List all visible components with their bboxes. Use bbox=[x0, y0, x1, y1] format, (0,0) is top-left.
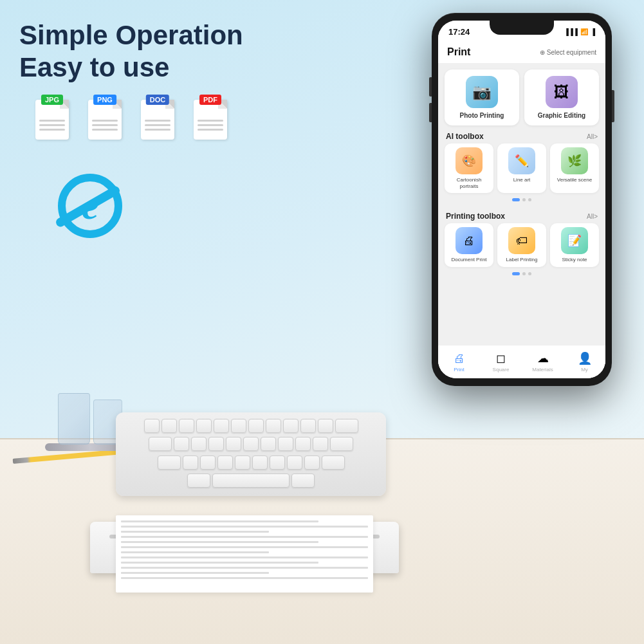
sticky-note-icon: 📝 bbox=[561, 227, 588, 254]
kb-key bbox=[291, 474, 315, 488]
phone-body: 17:24 ▐▐▐ 📶 ▐ Print ⊕ Select equipment � bbox=[432, 13, 612, 386]
printer-paper bbox=[116, 515, 373, 593]
kb-key bbox=[287, 455, 302, 470]
kb-key bbox=[217, 455, 233, 470]
doc-badge: DOC bbox=[146, 95, 169, 105]
file-icon-png: PNG bbox=[88, 100, 122, 140]
ai-toolbox-header: AI toolbox All> bbox=[438, 125, 605, 143]
ai-toolbox-all-button[interactable]: All> bbox=[587, 133, 598, 140]
phone-volume-button-2 bbox=[429, 103, 432, 122]
kb-key bbox=[208, 437, 224, 451]
kb-key-space bbox=[212, 474, 290, 488]
app-header: Print ⊕ Select equipment bbox=[438, 40, 605, 63]
kb-key bbox=[300, 419, 316, 433]
headline-line1: Simple Operation bbox=[19, 19, 243, 51]
nav-print-label: Print bbox=[454, 367, 464, 373]
dot bbox=[528, 272, 531, 275]
ai-toolbox-dots bbox=[438, 197, 605, 205]
versatile-card[interactable]: 🌿 Versatile scene bbox=[550, 143, 599, 193]
kb-key bbox=[243, 437, 259, 451]
nav-materials-label: Materials bbox=[532, 367, 553, 373]
kb-key bbox=[214, 419, 229, 433]
paper-line bbox=[121, 551, 269, 553]
document-print-card[interactable]: 🖨 Document Print bbox=[445, 223, 493, 267]
kb-key bbox=[179, 419, 194, 433]
paper-line bbox=[121, 546, 368, 548]
kb-key bbox=[318, 419, 333, 433]
dot bbox=[528, 198, 531, 201]
paper-line bbox=[121, 531, 269, 533]
line-art-label: Line art bbox=[501, 177, 542, 183]
file-icon-pdf: PDF bbox=[194, 100, 227, 140]
battery-icon: ▐ bbox=[591, 28, 595, 35]
paper-line bbox=[121, 577, 368, 579]
printing-toolbox-title: Printing toolbox bbox=[446, 212, 505, 221]
ai-toolbox-cards: 🎨 Cartoonish portraits ✏️ Line art 🌿 Ver… bbox=[438, 143, 605, 197]
paper-line bbox=[121, 541, 318, 543]
sticky-note-card[interactable]: 📝 Sticky note bbox=[550, 223, 599, 267]
kb-key bbox=[295, 437, 311, 451]
kb-key bbox=[231, 419, 246, 433]
kb-key bbox=[174, 437, 189, 451]
nav-item-square[interactable]: ◻ Square bbox=[480, 351, 522, 373]
keyboard-row-2 bbox=[122, 437, 380, 453]
paper-line bbox=[121, 557, 368, 558]
label-printing-card[interactable]: 🏷 Label Printing bbox=[497, 223, 546, 267]
kb-key bbox=[158, 455, 181, 470]
kb-key bbox=[191, 437, 207, 451]
line-art-card[interactable]: ✏️ Line art bbox=[497, 143, 546, 193]
document-print-label: Document Print bbox=[448, 257, 490, 263]
kb-key bbox=[313, 437, 328, 451]
versatile-icon: 🌿 bbox=[561, 147, 588, 174]
keyboard bbox=[116, 412, 386, 496]
dot bbox=[522, 198, 526, 201]
jpg-badge: JPG bbox=[41, 95, 63, 105]
kb-key bbox=[261, 437, 276, 451]
keyboard-row-4 bbox=[122, 474, 380, 490]
kb-key bbox=[266, 419, 281, 433]
nav-item-print[interactable]: 🖨 Print bbox=[438, 352, 480, 373]
status-icons: ▐▐▐ 📶 ▐ bbox=[564, 28, 595, 35]
file-type-icons: JPG PNG DOC bbox=[35, 100, 227, 140]
nav-item-my[interactable]: 👤 My bbox=[564, 351, 605, 373]
file-icon-jpg: JPG bbox=[35, 100, 69, 140]
photo-printing-icon: 📷 bbox=[466, 76, 498, 108]
kb-key bbox=[161, 419, 177, 433]
dot-active bbox=[512, 198, 520, 201]
nav-my-label: My bbox=[581, 367, 588, 373]
signal-icon: ▐▐▐ bbox=[564, 28, 578, 35]
kb-key bbox=[248, 419, 264, 433]
kb-key bbox=[149, 437, 172, 451]
kb-key bbox=[200, 455, 216, 470]
kb-key bbox=[330, 437, 353, 451]
sticky-note-label: Sticky note bbox=[554, 257, 595, 263]
dot-active bbox=[512, 272, 520, 275]
paper-line bbox=[121, 572, 269, 574]
kb-key bbox=[270, 455, 285, 470]
phone-screen: 17:24 ▐▐▐ 📶 ▐ Print ⊕ Select equipment � bbox=[438, 21, 605, 378]
photo-printing-label: Photo Printing bbox=[451, 112, 513, 119]
nav-item-materials[interactable]: ☁ Materials bbox=[522, 351, 564, 373]
kb-key bbox=[196, 419, 212, 433]
graphic-editing-card[interactable]: 🖼 Graphic Editing bbox=[524, 69, 599, 125]
select-equipment-button[interactable]: ⊕ Select equipment bbox=[540, 49, 596, 56]
paper-content bbox=[116, 515, 373, 587]
ie-logo-icon: e bbox=[58, 174, 129, 244]
pdf-badge: PDF bbox=[199, 95, 221, 105]
cartoonish-card[interactable]: 🎨 Cartoonish portraits bbox=[445, 143, 493, 193]
status-time: 17:24 bbox=[448, 27, 470, 37]
paper-line bbox=[121, 562, 318, 564]
printing-toolbox-all-button[interactable]: All> bbox=[587, 213, 598, 220]
paper-line bbox=[121, 567, 368, 569]
label-printing-icon: 🏷 bbox=[508, 227, 535, 254]
paper-line bbox=[121, 536, 368, 538]
kb-key bbox=[278, 437, 293, 451]
kb-key bbox=[335, 419, 358, 433]
phone-container: 17:24 ▐▐▐ 📶 ▐ Print ⊕ Select equipment � bbox=[419, 13, 625, 431]
photo-printing-card[interactable]: 📷 Photo Printing bbox=[445, 69, 519, 125]
keyboard-row-1 bbox=[122, 419, 380, 435]
kb-key bbox=[187, 474, 210, 488]
phone-power-button bbox=[612, 90, 614, 122]
graphic-editing-label: Graphic Editing bbox=[531, 112, 593, 119]
wifi-icon: 📶 bbox=[580, 28, 588, 35]
